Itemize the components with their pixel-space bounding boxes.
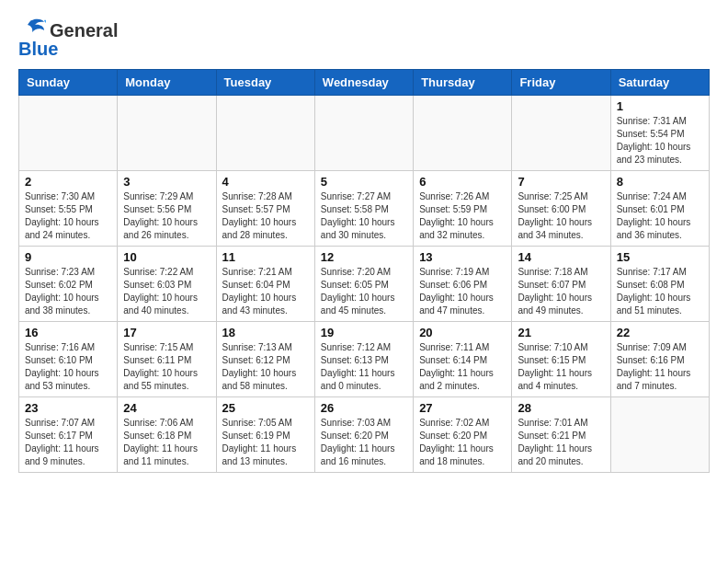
day-info: Sunrise: 7:13 AMSunset: 6:12 PMDaylight:… [222,341,309,393]
page-header: General Blue [18,18,710,60]
week-row-4: 23Sunrise: 7:07 AMSunset: 6:17 PMDayligh… [19,397,710,473]
day-info: Sunrise: 7:03 AMSunset: 6:20 PMDaylight:… [321,417,407,468]
calendar-cell: 17Sunrise: 7:15 AMSunset: 6:11 PMDayligh… [118,322,216,397]
day-info: Sunrise: 7:07 AMSunset: 6:17 PMDaylight:… [25,417,111,468]
logo-general-text: General [50,20,118,40]
calendar-cell: 19Sunrise: 7:12 AMSunset: 6:13 PMDayligh… [314,322,413,397]
calendar-cell: 22Sunrise: 7:09 AMSunset: 6:16 PMDayligh… [610,322,709,397]
day-number: 5 [321,175,407,189]
calendar-cell [118,96,216,171]
day-info: Sunrise: 7:16 AMSunset: 6:10 PMDaylight:… [25,341,111,393]
calendar-cell: 6Sunrise: 7:26 AMSunset: 5:59 PMDaylight… [414,171,512,247]
day-info: Sunrise: 7:15 AMSunset: 6:11 PMDaylight:… [123,341,210,393]
day-number: 8 [617,175,703,189]
day-info: Sunrise: 7:01 AMSunset: 6:21 PMDaylight:… [518,417,604,468]
day-info: Sunrise: 7:27 AMSunset: 5:58 PMDaylight:… [321,190,407,242]
day-number: 1 [617,99,703,113]
day-info: Sunrise: 7:29 AMSunset: 5:56 PMDaylight:… [123,190,210,242]
day-number: 13 [419,250,506,264]
day-info: Sunrise: 7:25 AMSunset: 6:00 PMDaylight:… [518,190,604,242]
weekday-header-row: SundayMondayTuesdayWednesdayThursdayFrid… [19,70,710,96]
weekday-header-friday: Friday [512,70,610,96]
day-info: Sunrise: 7:18 AMSunset: 6:07 PMDaylight:… [518,266,604,317]
calendar-cell: 13Sunrise: 7:19 AMSunset: 6:06 PMDayligh… [414,247,512,322]
day-info: Sunrise: 7:02 AMSunset: 6:20 PMDaylight:… [419,417,506,468]
day-info: Sunrise: 7:05 AMSunset: 6:19 PMDaylight:… [222,417,309,468]
day-info: Sunrise: 7:21 AMSunset: 6:04 PMDaylight:… [222,266,309,317]
weekday-header-saturday: Saturday [610,70,709,96]
day-number: 7 [518,175,604,189]
calendar-cell: 12Sunrise: 7:20 AMSunset: 6:05 PMDayligh… [314,247,413,322]
calendar-cell: 26Sunrise: 7:03 AMSunset: 6:20 PMDayligh… [314,397,413,473]
calendar-cell [512,96,610,171]
week-row-0: 1Sunrise: 7:31 AMSunset: 5:54 PMDaylight… [19,96,710,171]
calendar-cell: 10Sunrise: 7:22 AMSunset: 6:03 PMDayligh… [118,247,216,322]
day-info: Sunrise: 7:19 AMSunset: 6:06 PMDaylight:… [419,266,506,317]
day-number: 3 [123,175,210,189]
week-row-2: 9Sunrise: 7:23 AMSunset: 6:02 PMDaylight… [19,247,710,322]
calendar-cell [19,96,118,171]
day-info: Sunrise: 7:17 AMSunset: 6:08 PMDaylight:… [617,266,703,317]
day-number: 20 [419,326,506,339]
calendar-cell [216,96,314,171]
day-number: 6 [419,175,506,189]
logo-blue-text: Blue [18,39,58,60]
day-info: Sunrise: 7:11 AMSunset: 6:14 PMDaylight:… [419,341,506,393]
day-number: 23 [25,401,111,415]
day-info: Sunrise: 7:22 AMSunset: 6:03 PMDaylight:… [123,266,210,317]
day-number: 2 [25,175,111,189]
calendar-cell [314,96,413,171]
calendar-cell: 11Sunrise: 7:21 AMSunset: 6:04 PMDayligh… [216,247,314,322]
day-number: 4 [222,175,309,189]
week-row-3: 16Sunrise: 7:16 AMSunset: 6:10 PMDayligh… [19,322,710,397]
calendar-cell: 20Sunrise: 7:11 AMSunset: 6:14 PMDayligh… [414,322,512,397]
weekday-header-tuesday: Tuesday [216,70,314,96]
calendar-cell: 3Sunrise: 7:29 AMSunset: 5:56 PMDaylight… [118,171,216,247]
day-info: Sunrise: 7:23 AMSunset: 6:02 PMDaylight:… [25,266,111,317]
calendar-cell: 5Sunrise: 7:27 AMSunset: 5:58 PMDaylight… [314,171,413,247]
calendar-cell: 28Sunrise: 7:01 AMSunset: 6:21 PMDayligh… [512,397,610,473]
calendar-table: SundayMondayTuesdayWednesdayThursdayFrid… [18,69,710,473]
day-number: 28 [518,401,604,415]
day-info: Sunrise: 7:26 AMSunset: 5:59 PMDaylight:… [419,190,506,242]
weekday-header-monday: Monday [118,70,216,96]
day-number: 9 [25,250,111,264]
calendar-body: 1Sunrise: 7:31 AMSunset: 5:54 PMDaylight… [19,96,710,473]
day-info: Sunrise: 7:30 AMSunset: 5:55 PMDaylight:… [25,190,111,242]
calendar-cell: 16Sunrise: 7:16 AMSunset: 6:10 PMDayligh… [19,322,118,397]
day-number: 14 [518,250,604,264]
calendar-cell: 23Sunrise: 7:07 AMSunset: 6:17 PMDayligh… [19,397,118,473]
calendar-cell: 14Sunrise: 7:18 AMSunset: 6:07 PMDayligh… [512,247,610,322]
calendar-cell: 9Sunrise: 7:23 AMSunset: 6:02 PMDaylight… [19,247,118,322]
day-info: Sunrise: 7:12 AMSunset: 6:13 PMDaylight:… [321,341,407,393]
calendar-cell: 7Sunrise: 7:25 AMSunset: 6:00 PMDaylight… [512,171,610,247]
day-info: Sunrise: 7:28 AMSunset: 5:57 PMDaylight:… [222,190,309,242]
logo: General Blue [18,18,118,60]
day-info: Sunrise: 7:24 AMSunset: 6:01 PMDaylight:… [617,190,703,242]
day-info: Sunrise: 7:10 AMSunset: 6:15 PMDaylight:… [518,341,604,393]
week-row-1: 2Sunrise: 7:30 AMSunset: 5:55 PMDaylight… [19,171,710,247]
calendar-cell: 21Sunrise: 7:10 AMSunset: 6:15 PMDayligh… [512,322,610,397]
day-number: 12 [321,250,407,264]
calendar-cell: 25Sunrise: 7:05 AMSunset: 6:19 PMDayligh… [216,397,314,473]
calendar-cell: 1Sunrise: 7:31 AMSunset: 5:54 PMDaylight… [610,96,709,171]
calendar-cell: 4Sunrise: 7:28 AMSunset: 5:57 PMDaylight… [216,171,314,247]
day-number: 25 [222,401,309,415]
day-number: 16 [25,326,111,339]
day-number: 15 [617,250,703,264]
day-number: 11 [222,250,309,264]
calendar-cell: 8Sunrise: 7:24 AMSunset: 6:01 PMDaylight… [610,171,709,247]
calendar-cell [414,96,512,171]
day-info: Sunrise: 7:06 AMSunset: 6:18 PMDaylight:… [123,417,210,468]
day-number: 21 [518,326,604,339]
day-info: Sunrise: 7:20 AMSunset: 6:05 PMDaylight:… [321,266,407,317]
calendar-cell: 18Sunrise: 7:13 AMSunset: 6:12 PMDayligh… [216,322,314,397]
calendar-cell: 24Sunrise: 7:06 AMSunset: 6:18 PMDayligh… [118,397,216,473]
weekday-header-wednesday: Wednesday [314,70,413,96]
calendar-cell: 2Sunrise: 7:30 AMSunset: 5:55 PMDaylight… [19,171,118,247]
weekday-header-sunday: Sunday [19,70,118,96]
calendar-cell: 15Sunrise: 7:17 AMSunset: 6:08 PMDayligh… [610,247,709,322]
day-number: 17 [123,326,210,339]
day-info: Sunrise: 7:31 AMSunset: 5:54 PMDaylight:… [617,115,703,167]
day-info: Sunrise: 7:09 AMSunset: 6:16 PMDaylight:… [617,341,703,393]
